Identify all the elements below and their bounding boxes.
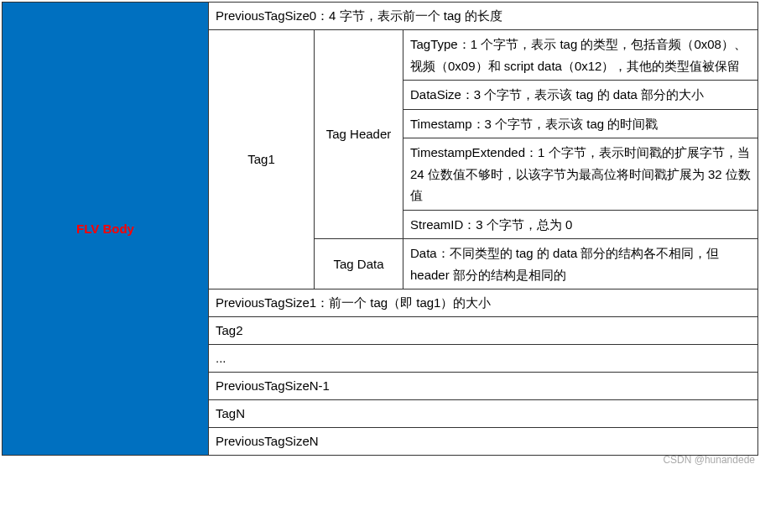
previous-tag-size-0: PreviousTagSize0：4 字节，表示前一个 tag 的长度 bbox=[209, 3, 757, 30]
tag-n: TagN bbox=[209, 400, 757, 428]
tag1-row: Tag1 Tag Header TagType：1 个字节，表示 tag 的类型… bbox=[209, 30, 757, 289]
flv-body-diagram: FLV Body PreviousTagSize0：4 字节，表示前一个 tag… bbox=[2, 2, 758, 456]
tag-header-row: Tag Header TagType：1 个字节，表示 tag 的类型，包括音频… bbox=[315, 30, 757, 239]
tag-type-field: TagType：1 个字节，表示 tag 的类型，包括音频（0x08）、视频（0… bbox=[403, 30, 757, 81]
flv-body-content: PreviousTagSize0：4 字节，表示前一个 tag 的长度 Tag1… bbox=[209, 3, 757, 455]
tag2: Tag2 bbox=[209, 317, 757, 345]
timestamp-field: Timestamp：3 个字节，表示该 tag 的时间戳 bbox=[403, 110, 757, 139]
tag-data-label: Tag Data bbox=[315, 239, 403, 289]
timestamp-extended-field: TimestampExtended：1 个字节，表示时间戳的扩展字节，当 24 … bbox=[403, 138, 757, 211]
watermark: CSDN @hunandede bbox=[2, 454, 758, 466]
previous-tag-size-n: PreviousTagSizeN bbox=[209, 428, 757, 455]
previous-tag-size-1: PreviousTagSize1：前一个 tag（即 tag1）的大小 bbox=[209, 289, 757, 317]
ellipsis: ... bbox=[209, 345, 757, 373]
tag1-content: Tag Header TagType：1 个字节，表示 tag 的类型，包括音频… bbox=[315, 30, 757, 289]
tag-data-content: Data：不同类型的 tag 的 data 部分的结构各不相同，但 header… bbox=[403, 239, 757, 289]
tag-header-label: Tag Header bbox=[315, 30, 403, 238]
flv-body-label: FLV Body bbox=[3, 3, 209, 455]
data-size-field: DataSize：3 个字节，表示该 tag 的 data 部分的大小 bbox=[403, 81, 757, 110]
tag-header-fields: TagType：1 个字节，表示 tag 的类型，包括音频（0x08）、视频（0… bbox=[403, 30, 757, 238]
tag-data-row: Tag Data Data：不同类型的 tag 的 data 部分的结构各不相同… bbox=[315, 239, 757, 289]
tag1-label: Tag1 bbox=[209, 30, 315, 289]
previous-tag-size-n-minus-1: PreviousTagSizeN-1 bbox=[209, 373, 757, 400]
stream-id-field: StreamID：3 个字节，总为 0 bbox=[403, 211, 757, 239]
